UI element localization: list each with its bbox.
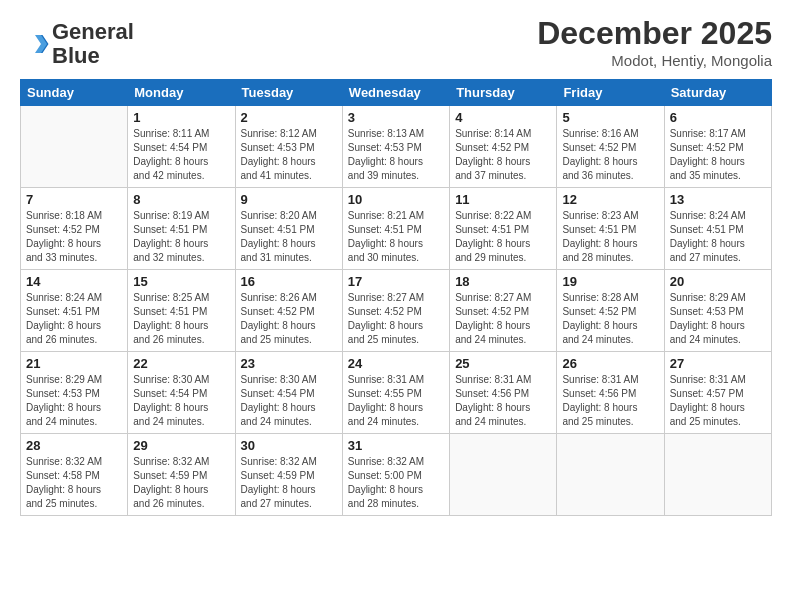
day-info: Sunrise: 8:28 AM Sunset: 4:52 PM Dayligh…: [562, 291, 658, 347]
day-info: Sunrise: 8:27 AM Sunset: 4:52 PM Dayligh…: [455, 291, 551, 347]
day-info: Sunrise: 8:30 AM Sunset: 4:54 PM Dayligh…: [133, 373, 229, 429]
day-info: Sunrise: 8:31 AM Sunset: 4:57 PM Dayligh…: [670, 373, 766, 429]
day-number: 25: [455, 356, 551, 371]
day-number: 31: [348, 438, 444, 453]
day-info: Sunrise: 8:32 AM Sunset: 4:59 PM Dayligh…: [133, 455, 229, 511]
day-info: Sunrise: 8:31 AM Sunset: 4:56 PM Dayligh…: [562, 373, 658, 429]
calendar-cell: 16Sunrise: 8:26 AM Sunset: 4:52 PM Dayli…: [235, 270, 342, 352]
calendar-cell: 15Sunrise: 8:25 AM Sunset: 4:51 PM Dayli…: [128, 270, 235, 352]
day-info: Sunrise: 8:17 AM Sunset: 4:52 PM Dayligh…: [670, 127, 766, 183]
calendar-cell: [450, 434, 557, 516]
calendar-week-row: 21Sunrise: 8:29 AM Sunset: 4:53 PM Dayli…: [21, 352, 772, 434]
day-info: Sunrise: 8:19 AM Sunset: 4:51 PM Dayligh…: [133, 209, 229, 265]
calendar-cell: 23Sunrise: 8:30 AM Sunset: 4:54 PM Dayli…: [235, 352, 342, 434]
calendar-cell: [21, 106, 128, 188]
calendar-cell: 25Sunrise: 8:31 AM Sunset: 4:56 PM Dayli…: [450, 352, 557, 434]
day-number: 12: [562, 192, 658, 207]
calendar-cell: 28Sunrise: 8:32 AM Sunset: 4:58 PM Dayli…: [21, 434, 128, 516]
day-info: Sunrise: 8:32 AM Sunset: 4:59 PM Dayligh…: [241, 455, 337, 511]
svg-marker-1: [35, 35, 47, 53]
day-number: 23: [241, 356, 337, 371]
weekday-header: Friday: [557, 80, 664, 106]
calendar-cell: 14Sunrise: 8:24 AM Sunset: 4:51 PM Dayli…: [21, 270, 128, 352]
day-number: 2: [241, 110, 337, 125]
calendar-week-row: 14Sunrise: 8:24 AM Sunset: 4:51 PM Dayli…: [21, 270, 772, 352]
day-info: Sunrise: 8:32 AM Sunset: 4:58 PM Dayligh…: [26, 455, 122, 511]
logo-icon: [20, 29, 50, 59]
day-number: 8: [133, 192, 229, 207]
calendar-cell: 10Sunrise: 8:21 AM Sunset: 4:51 PM Dayli…: [342, 188, 449, 270]
day-info: Sunrise: 8:31 AM Sunset: 4:56 PM Dayligh…: [455, 373, 551, 429]
day-number: 6: [670, 110, 766, 125]
day-number: 22: [133, 356, 229, 371]
calendar-cell: 3Sunrise: 8:13 AM Sunset: 4:53 PM Daylig…: [342, 106, 449, 188]
day-number: 7: [26, 192, 122, 207]
logo-line2: Blue: [52, 44, 134, 68]
calendar-cell: 2Sunrise: 8:12 AM Sunset: 4:53 PM Daylig…: [235, 106, 342, 188]
calendar-cell: 12Sunrise: 8:23 AM Sunset: 4:51 PM Dayli…: [557, 188, 664, 270]
calendar-cell: 8Sunrise: 8:19 AM Sunset: 4:51 PM Daylig…: [128, 188, 235, 270]
day-number: 27: [670, 356, 766, 371]
calendar-cell: 4Sunrise: 8:14 AM Sunset: 4:52 PM Daylig…: [450, 106, 557, 188]
day-info: Sunrise: 8:26 AM Sunset: 4:52 PM Dayligh…: [241, 291, 337, 347]
day-number: 9: [241, 192, 337, 207]
day-info: Sunrise: 8:16 AM Sunset: 4:52 PM Dayligh…: [562, 127, 658, 183]
calendar-cell: 7Sunrise: 8:18 AM Sunset: 4:52 PM Daylig…: [21, 188, 128, 270]
weekday-header: Monday: [128, 80, 235, 106]
title-section: December 2025 Modot, Hentiy, Mongolia: [537, 15, 772, 69]
day-number: 4: [455, 110, 551, 125]
day-info: Sunrise: 8:24 AM Sunset: 4:51 PM Dayligh…: [26, 291, 122, 347]
day-info: Sunrise: 8:27 AM Sunset: 4:52 PM Dayligh…: [348, 291, 444, 347]
day-info: Sunrise: 8:11 AM Sunset: 4:54 PM Dayligh…: [133, 127, 229, 183]
weekday-header: Wednesday: [342, 80, 449, 106]
calendar-cell: 19Sunrise: 8:28 AM Sunset: 4:52 PM Dayli…: [557, 270, 664, 352]
calendar-table: SundayMondayTuesdayWednesdayThursdayFrid…: [20, 79, 772, 516]
day-number: 18: [455, 274, 551, 289]
day-number: 10: [348, 192, 444, 207]
calendar-cell: 5Sunrise: 8:16 AM Sunset: 4:52 PM Daylig…: [557, 106, 664, 188]
day-info: Sunrise: 8:23 AM Sunset: 4:51 PM Dayligh…: [562, 209, 658, 265]
day-number: 17: [348, 274, 444, 289]
calendar-cell: 13Sunrise: 8:24 AM Sunset: 4:51 PM Dayli…: [664, 188, 771, 270]
header: General Blue December 2025 Modot, Hentiy…: [20, 15, 772, 69]
day-number: 28: [26, 438, 122, 453]
calendar-cell: 20Sunrise: 8:29 AM Sunset: 4:53 PM Dayli…: [664, 270, 771, 352]
calendar-cell: 21Sunrise: 8:29 AM Sunset: 4:53 PM Dayli…: [21, 352, 128, 434]
calendar-cell: [664, 434, 771, 516]
day-number: 13: [670, 192, 766, 207]
weekday-header: Thursday: [450, 80, 557, 106]
calendar-cell: [557, 434, 664, 516]
calendar-cell: 17Sunrise: 8:27 AM Sunset: 4:52 PM Dayli…: [342, 270, 449, 352]
day-info: Sunrise: 8:24 AM Sunset: 4:51 PM Dayligh…: [670, 209, 766, 265]
calendar-cell: 26Sunrise: 8:31 AM Sunset: 4:56 PM Dayli…: [557, 352, 664, 434]
day-number: 16: [241, 274, 337, 289]
weekday-header-row: SundayMondayTuesdayWednesdayThursdayFrid…: [21, 80, 772, 106]
calendar-cell: 31Sunrise: 8:32 AM Sunset: 5:00 PM Dayli…: [342, 434, 449, 516]
weekday-header: Sunday: [21, 80, 128, 106]
calendar-week-row: 28Sunrise: 8:32 AM Sunset: 4:58 PM Dayli…: [21, 434, 772, 516]
day-info: Sunrise: 8:12 AM Sunset: 4:53 PM Dayligh…: [241, 127, 337, 183]
day-number: 29: [133, 438, 229, 453]
day-number: 5: [562, 110, 658, 125]
day-number: 30: [241, 438, 337, 453]
calendar-cell: 27Sunrise: 8:31 AM Sunset: 4:57 PM Dayli…: [664, 352, 771, 434]
day-number: 15: [133, 274, 229, 289]
day-number: 14: [26, 274, 122, 289]
calendar-cell: 18Sunrise: 8:27 AM Sunset: 4:52 PM Dayli…: [450, 270, 557, 352]
day-info: Sunrise: 8:31 AM Sunset: 4:55 PM Dayligh…: [348, 373, 444, 429]
calendar-week-row: 1Sunrise: 8:11 AM Sunset: 4:54 PM Daylig…: [21, 106, 772, 188]
calendar-cell: 6Sunrise: 8:17 AM Sunset: 4:52 PM Daylig…: [664, 106, 771, 188]
day-number: 1: [133, 110, 229, 125]
day-info: Sunrise: 8:22 AM Sunset: 4:51 PM Dayligh…: [455, 209, 551, 265]
day-number: 19: [562, 274, 658, 289]
calendar-cell: 29Sunrise: 8:32 AM Sunset: 4:59 PM Dayli…: [128, 434, 235, 516]
day-number: 3: [348, 110, 444, 125]
day-info: Sunrise: 8:29 AM Sunset: 4:53 PM Dayligh…: [670, 291, 766, 347]
calendar-cell: 9Sunrise: 8:20 AM Sunset: 4:51 PM Daylig…: [235, 188, 342, 270]
day-info: Sunrise: 8:14 AM Sunset: 4:52 PM Dayligh…: [455, 127, 551, 183]
day-number: 26: [562, 356, 658, 371]
calendar-cell: 1Sunrise: 8:11 AM Sunset: 4:54 PM Daylig…: [128, 106, 235, 188]
logo-line1: General: [52, 20, 134, 44]
day-number: 20: [670, 274, 766, 289]
month-title: December 2025: [537, 15, 772, 52]
